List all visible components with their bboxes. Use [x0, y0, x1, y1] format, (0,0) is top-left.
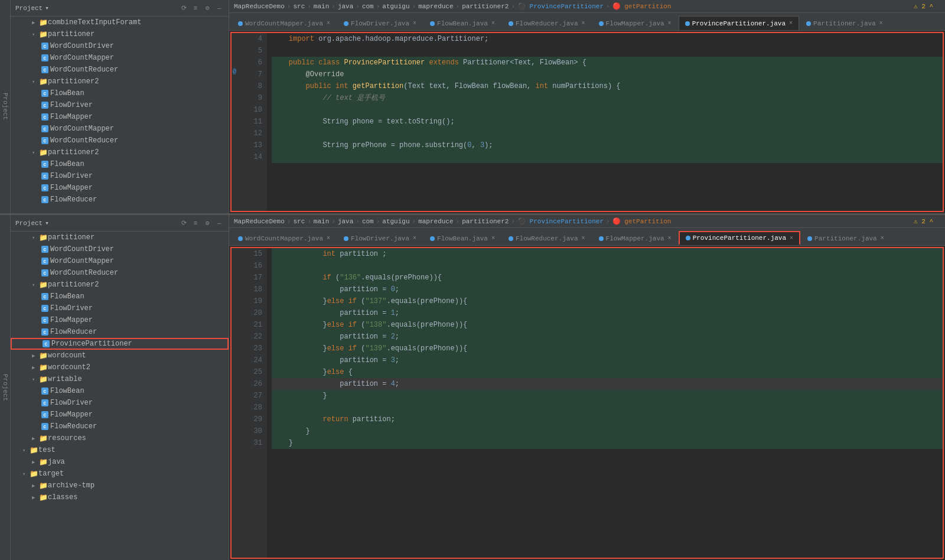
tab-flowreducer-top[interactable]: FlowReducer.java × — [502, 16, 592, 30]
tree-item-fm-p2b[interactable]: C FlowMapper — [11, 182, 229, 194]
tree-item-target[interactable]: ▾ 📁 target — [11, 468, 229, 480]
tree-item-pp-bb[interactable]: C ProvincePartitioner — [11, 338, 229, 350]
tab-provincepartitioner-bottom[interactable]: ProvincePartitioner.java × — [679, 231, 800, 245]
close-icon[interactable]: × — [881, 235, 884, 242]
tree-item-writable[interactable]: ▾ 📁 writable — [11, 373, 229, 385]
folder-icon: 📁 — [39, 351, 48, 360]
tree-item-fb-p2b[interactable]: C FlowBean — [11, 158, 229, 170]
tree-item-fm-p2t[interactable]: C FlowMapper — [11, 111, 229, 123]
project-tab-top[interactable]: Project — [0, 0, 11, 213]
close-icon[interactable]: × — [327, 20, 330, 27]
code-lines-top: import org.apache.hadoop.mapreduce.Parti… — [267, 33, 943, 211]
chevron-right-icon: ▶ — [32, 435, 38, 442]
tree-item-archive-tmp[interactable]: ▶ 📁 archive-tmp — [11, 480, 229, 491]
tree-item-resources[interactable]: ▶ 📁 resources — [11, 432, 229, 444]
tree-item-fb-bb[interactable]: C FlowBean — [11, 291, 229, 302]
settings-btn-top[interactable]: ⚙ — [203, 4, 212, 13]
tab-partitioner-bottom[interactable]: Partitioner.java × — [801, 231, 891, 245]
tree-item-wcd-pb[interactable]: C WordCountDriver — [11, 243, 229, 255]
tab-flowmapper-bottom[interactable]: FlowMapper.java × — [592, 231, 678, 245]
tab-partitioner-top[interactable]: Partitioner.java × — [800, 16, 889, 30]
tree-item-wcm-pb[interactable]: C WordCountMapper — [11, 255, 229, 267]
tree-item-wcd-p1[interactable]: C WordCountDriver — [11, 40, 229, 52]
tree-item-fr-p2b[interactable]: C FlowReducer — [11, 194, 229, 206]
tree-item-fr-bb[interactable]: C FlowReducer — [11, 326, 229, 338]
code-line-22: partition = 2; — [272, 331, 943, 343]
class-icon: C — [41, 246, 48, 253]
settings-btn-bottom[interactable]: ⚙ — [203, 219, 212, 228]
collapse-btn-top[interactable]: ≡ — [191, 4, 200, 13]
tree-item-fm-bb[interactable]: C FlowMapper — [11, 314, 229, 326]
code-container-bottom[interactable]: 15 16 17 18 19 20 21 22 23 24 25 26 27 2… — [230, 247, 944, 559]
code-line-19: }else if ("137".equals(prePhone)){ — [272, 295, 943, 307]
tree-item-classes[interactable]: ▶ 📁 classes — [11, 491, 229, 503]
close-icon[interactable]: × — [491, 20, 495, 27]
tab-dot — [430, 21, 435, 26]
close-sidebar-bottom[interactable]: — — [214, 219, 224, 228]
collapse-btn-bottom[interactable]: ≡ — [191, 219, 200, 228]
tab-dot — [599, 236, 604, 241]
tree-item-partitioner-bottom[interactable]: ▾ 📁 partitioner — [11, 232, 229, 243]
code-line-7: @Override — [272, 69, 943, 80]
tree-item-fb-w[interactable]: C FlowBean — [11, 385, 229, 397]
tree-item-fr-w[interactable]: C FlowReducer — [11, 421, 229, 432]
tree-item-wcm-p2t[interactable]: C WordCountMapper — [11, 123, 229, 135]
tree-item-partitioner2-b[interactable]: ▾ 📁 partitioner2 — [11, 146, 229, 158]
class-icon: C — [41, 161, 48, 168]
bc-project-top: MapReduceDemo — [234, 3, 285, 10]
close-icon[interactable]: × — [327, 235, 330, 242]
sync-btn-bottom[interactable]: ⟳ — [179, 219, 188, 228]
tree-item-fm-w[interactable]: C FlowMapper — [11, 409, 229, 421]
warning-badge-top: ⚠ 2 ^ — [914, 2, 933, 10]
sync-btn-top[interactable]: ⟳ — [179, 4, 188, 13]
tree-item-wcm-p1[interactable]: C WordCountMapper — [11, 52, 229, 64]
tab-wordcountmapper-bottom[interactable]: WordCountMapper.java × — [232, 231, 337, 245]
tab-flowmapper-top[interactable]: FlowMapper.java × — [592, 16, 678, 30]
tab-flowdriver-bottom[interactable]: FlowDriver.java × — [337, 231, 423, 245]
close-icon[interactable]: × — [582, 20, 585, 27]
close-sidebar-top[interactable]: — — [214, 4, 224, 13]
tree-item-java-test[interactable]: ▶ 📁 java — [11, 456, 229, 468]
tree-item-partitioner2-bb[interactable]: ▾ 📁 partitioner2 — [11, 279, 229, 291]
tab-provincepartitioner-top[interactable]: ProvincePartitioner.java × — [679, 16, 799, 30]
close-icon[interactable]: × — [413, 235, 416, 242]
chevron-down-icon: ▾ — [32, 149, 38, 156]
tree-item-fd-w[interactable]: C FlowDriver — [11, 397, 229, 409]
code-line-14 — [272, 151, 943, 163]
tab-bar-bottom: WordCountMapper.java × FlowDriver.java ×… — [229, 228, 945, 246]
tab-flowbean-top[interactable]: FlowBean.java × — [423, 16, 501, 30]
project-tab-label-bottom: Project — [2, 374, 9, 401]
project-tab-bottom[interactable]: Project — [0, 215, 11, 560]
dropdown-icon[interactable]: ▾ — [45, 4, 49, 12]
tree-item-wcr-p1[interactable]: C WordCountReducer — [11, 64, 229, 76]
tree-item-fd-p2t[interactable]: C FlowDriver — [11, 99, 229, 111]
tree-item-test[interactable]: ▾ 📁 test — [11, 444, 229, 456]
tree-item-partitioner2-top[interactable]: ▾ 📁 partitioner2 — [11, 76, 229, 87]
tree-item-fd-bb[interactable]: C FlowDriver — [11, 302, 229, 314]
tree-item-wordcount2[interactable]: ▶ 📁 wordcount2 — [11, 362, 229, 373]
close-icon[interactable]: × — [413, 20, 416, 27]
chevron-right-icon: ▶ — [32, 19, 38, 26]
bc-main-bottom: main — [314, 218, 329, 225]
close-icon[interactable]: × — [789, 20, 793, 27]
tab-flowreducer-bottom[interactable]: FlowReducer.java × — [502, 231, 592, 245]
close-icon[interactable]: × — [879, 20, 883, 27]
tab-wordcountmapper-top[interactable]: WordCountMapper.java × — [232, 16, 337, 30]
bc-java-bottom: java — [338, 218, 353, 225]
tree-item-wcr-p2t[interactable]: C WordCountReducer — [11, 135, 229, 146]
close-icon[interactable]: × — [491, 235, 495, 242]
code-container-top[interactable]: @ 4 5 6 7 8 9 10 11 12 13 14 — [230, 32, 944, 212]
dropdown-icon-bottom[interactable]: ▾ — [45, 219, 49, 227]
tree-item-wordcount[interactable]: ▶ 📁 wordcount — [11, 350, 229, 362]
close-icon[interactable]: × — [668, 235, 672, 242]
tree-item-combineTextInputForamt[interactable]: ▶ 📁 combineTextInputForamt — [11, 17, 229, 28]
close-icon[interactable]: × — [582, 235, 585, 242]
tree-item-partitioner-top[interactable]: ▾ 📁 partitioner — [11, 28, 229, 40]
close-icon[interactable]: × — [790, 235, 793, 242]
tree-item-fb-p2t[interactable]: C FlowBean — [11, 87, 229, 99]
tree-item-fd-p2b[interactable]: C FlowDriver — [11, 170, 229, 182]
close-icon[interactable]: × — [668, 20, 672, 27]
tab-flowbean-bottom[interactable]: FlowBean.java × — [423, 231, 501, 245]
tab-flowdriver-top[interactable]: FlowDriver.java × — [337, 16, 423, 30]
tree-item-wcr-pb[interactable]: C WordCountReducer — [11, 267, 229, 279]
